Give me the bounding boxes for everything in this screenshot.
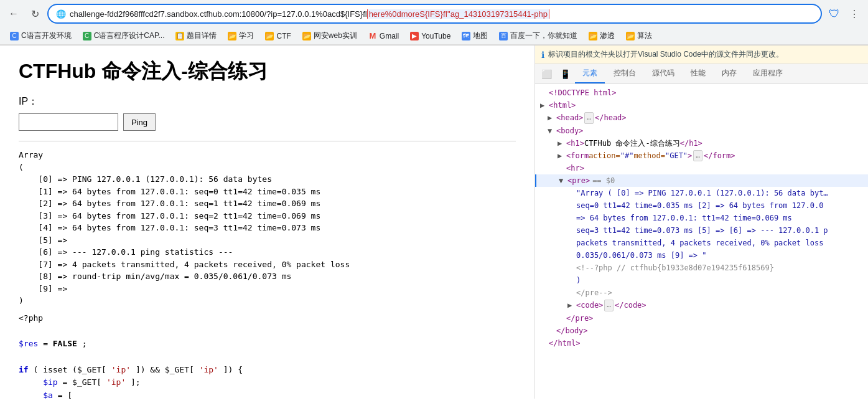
tree-html: ▶ <html> xyxy=(535,99,868,111)
tree-doctype: <!DOCTYPE html> xyxy=(535,87,868,99)
form-ellipsis[interactable]: … xyxy=(693,150,702,162)
tree-body-open: ▼ <body> xyxy=(535,125,868,137)
head-ellipsis[interactable]: … xyxy=(584,112,594,124)
bookmark-label: 题目详情 xyxy=(187,31,217,41)
tree-body-close: </body> xyxy=(535,325,868,337)
ip-input[interactable] xyxy=(19,113,118,131)
doctype-tag: <!DOCTYPE html> xyxy=(549,87,616,98)
code-tag: <code> xyxy=(576,300,603,311)
php-comment: <!--?php // ctfhub{b1933e8d07e194235f618… xyxy=(576,262,774,273)
nav-actions: 🛡 ⋮ xyxy=(826,5,863,22)
bookmark-ctf[interactable]: 📂 CTF xyxy=(260,30,296,42)
bookmark-label: YouTube xyxy=(421,32,450,40)
tree-head: ▶ <head> … </head> xyxy=(535,111,868,125)
devtools-tabs: ⬜ 📱 元素 控制台 源代码 性能 内存 应用程序 xyxy=(535,64,868,84)
bookmark-icon: 📂 xyxy=(228,32,236,40)
bookmark-problem[interactable]: 📋 题目详情 xyxy=(170,29,222,43)
bookmark-baidu[interactable]: 百 百度一下，你就知道 xyxy=(494,29,582,43)
h1-tag: <h1> xyxy=(566,138,584,149)
tree-hr: <hr> xyxy=(535,162,868,174)
bookmark-icon: 📂 xyxy=(626,32,635,40)
bookmark-label: 地图 xyxy=(473,31,488,41)
baidu-icon: 百 xyxy=(499,32,508,40)
bookmarks-bar: C C语言开发环境 C C语言程序设计CAP... 📋 题目详情 📂 学习 📂 … xyxy=(0,27,868,45)
action-attr: action= xyxy=(589,150,620,161)
html-tree: <!DOCTYPE html> ▶ <html> ▶ <head> … </he… xyxy=(535,84,868,399)
pre-string4: seq=3 tt1=42 time=0.073 ms [5] => [6] =>… xyxy=(576,225,828,236)
bookmark-c-dev[interactable]: C C语言开发环境 xyxy=(5,29,77,43)
bookmark-webtraining[interactable]: 📂 网安web实训 xyxy=(297,29,362,43)
form-tag: <form xyxy=(566,150,589,161)
bookmark-label: 网安web实训 xyxy=(314,31,357,41)
html-tag: <html> xyxy=(549,100,576,111)
reload-button[interactable]: ↻ xyxy=(26,5,44,22)
bookmark-icon: 📂 xyxy=(589,32,597,40)
shield-button[interactable]: 🛡 xyxy=(826,5,843,22)
pre-string2: seq=0 tt1=42 time=0.035 ms [2] => 64 byt… xyxy=(576,200,823,211)
device-icon-btn[interactable]: 📱 xyxy=(556,65,574,83)
bookmark-icon: C xyxy=(83,32,91,40)
pre-string6: 0.035/0.061/0.073 ms [9] => " xyxy=(576,250,707,261)
php-var-ip: $ip xyxy=(43,377,57,387)
head-tag: <head> xyxy=(556,112,583,123)
tree-pre-content4: seq=3 tt1=42 time=0.073 ms [5] => [6] =>… xyxy=(535,224,868,237)
tree-pre-content3: => 64 bytes from 127.0.0.1: tt1=42 time=… xyxy=(535,212,868,224)
method-attr: method= xyxy=(633,150,665,161)
h1-close-tag: </h1> xyxy=(680,138,702,149)
form-tag-close-bracket: > xyxy=(688,150,692,161)
bookmark-icon: C xyxy=(10,32,19,40)
page-title: CTFHub 命令注入-综合练习 xyxy=(19,58,516,85)
browser-chrome: ← ↻ 🌐 challenge-fdd2f968fffcd2f7.sandbox… xyxy=(0,0,868,45)
tab-console[interactable]: 控制台 xyxy=(606,64,643,83)
bookmark-algorithm[interactable]: 📂 算法 xyxy=(621,29,657,43)
php-ip-key2: 'ip' xyxy=(199,365,218,374)
tab-performance[interactable]: 性能 xyxy=(683,64,713,83)
php-isset: isset xyxy=(43,365,67,374)
tree-pre: ▼ <pre> == $0 xyxy=(535,174,868,187)
address-bar[interactable]: 🌐 challenge-fdd2f968fffcd2f7.sandbox.ctf… xyxy=(47,4,822,24)
bookmark-c-design[interactable]: C C语言程序设计CAP... xyxy=(78,29,170,43)
bookmark-maps[interactable]: 🗺 地图 xyxy=(457,29,493,43)
pre-string1: "Array ( [0] => PING 127.0.0.1 (127.0.0.… xyxy=(576,187,828,199)
tab-elements[interactable]: 元素 xyxy=(575,64,605,83)
bookmark-pentest[interactable]: 📂 渗透 xyxy=(584,29,620,43)
bookmark-youtube[interactable]: ▶ YouTube xyxy=(405,30,455,42)
divider xyxy=(19,141,516,141)
bookmark-icon: 📂 xyxy=(265,32,274,40)
maps-icon: 🗺 xyxy=(462,32,470,40)
php-ip-key3: 'ip' xyxy=(106,377,126,387)
tab-memory[interactable]: 内存 xyxy=(714,64,744,83)
pre-string3: => 64 bytes from 127.0.0.1: tt1=42 time=… xyxy=(576,212,792,224)
youtube-icon: ▶ xyxy=(410,32,419,40)
info-text: 标识项目的根文件夹以打开Visual Studio Code中的源文件并同步更改… xyxy=(548,49,783,60)
tab-application[interactable]: 应用程序 xyxy=(745,64,790,83)
code-ellipsis[interactable]: … xyxy=(604,300,614,311)
action-value: "#" xyxy=(620,150,634,161)
menu-button[interactable]: ⋮ xyxy=(846,5,863,22)
info-icon: ℹ xyxy=(541,50,544,60)
bookmark-icon: 📂 xyxy=(302,32,311,40)
close-paren: ) xyxy=(576,275,581,286)
hr-tag: <hr> xyxy=(566,163,584,174)
head-close-tag: </head> xyxy=(595,112,627,123)
ping-output: Array ( [0] => PING 127.0.0.1 (127.0.0.1… xyxy=(19,149,516,307)
tree-html-close: </html> xyxy=(535,337,868,349)
bookmark-label: 学习 xyxy=(239,31,254,41)
bookmark-icon: 📋 xyxy=(175,32,184,40)
php-if: if xyxy=(19,365,29,374)
inspect-icon-btn[interactable]: ⬜ xyxy=(538,65,555,83)
bookmark-label: C语言程序设计CAP... xyxy=(94,31,165,41)
ping-button[interactable]: Ping xyxy=(123,113,156,131)
method-value: "GET" xyxy=(665,150,688,161)
bookmark-label: Gmail xyxy=(380,32,399,40)
bookmark-label: 百度一下，你就知道 xyxy=(510,31,577,41)
bookmark-study[interactable]: 📂 学习 xyxy=(223,29,259,43)
tab-sources[interactable]: 源代码 xyxy=(645,64,682,83)
secure-icon: 🌐 xyxy=(56,9,66,19)
gmail-icon: M xyxy=(368,32,377,40)
ip-form: Ping xyxy=(19,113,516,131)
bookmark-gmail[interactable]: M Gmail xyxy=(363,30,404,42)
tree-pre-content6: 0.035/0.061/0.073 ms [9] => " xyxy=(535,249,868,262)
html-close-tag: </html> xyxy=(549,338,581,349)
back-button[interactable]: ← xyxy=(5,5,22,22)
